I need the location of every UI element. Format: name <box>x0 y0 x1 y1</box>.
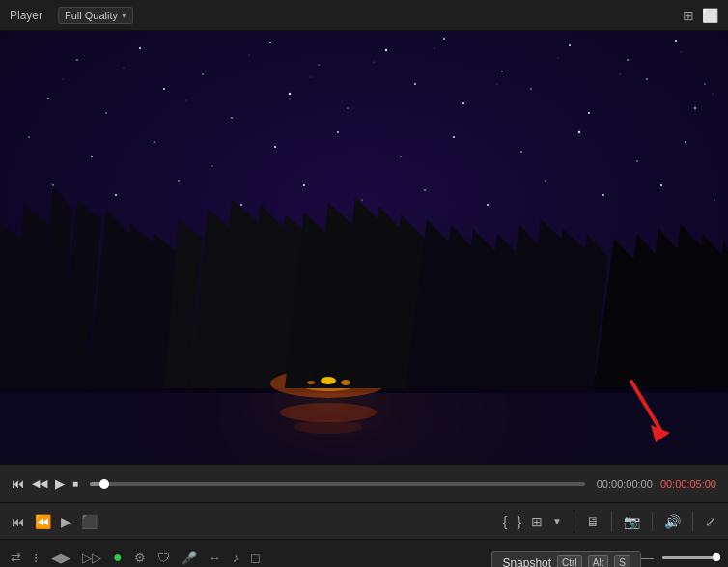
svg-point-47 <box>545 180 546 181</box>
separator <box>574 512 574 531</box>
clip-down-icon[interactable]: ▼ <box>552 516 562 526</box>
svg-point-50 <box>714 199 714 200</box>
svg-point-18 <box>231 117 233 119</box>
svg-point-15 <box>47 98 49 99</box>
clip-nav-icon[interactable]: ◀▶ <box>48 549 73 567</box>
mic-icon[interactable]: 🎤 <box>179 549 200 567</box>
clip-icon[interactable]: ⊞ <box>531 514 543 529</box>
volume-thumb[interactable] <box>713 553 720 561</box>
svg-point-22 <box>462 102 464 104</box>
stop-button[interactable]: ■ <box>72 478 78 489</box>
fast-fwd-icon[interactable]: ▷▷ <box>79 549 104 567</box>
svg-point-48 <box>602 194 604 196</box>
separator4 <box>692 512 693 531</box>
music-icon[interactable]: ♪ <box>230 549 242 567</box>
status-icon[interactable]: ● <box>110 547 126 567</box>
progress-thumb[interactable] <box>99 479 109 489</box>
svg-point-29 <box>154 141 155 143</box>
svg-point-14 <box>704 83 705 84</box>
volume-slider[interactable] <box>662 556 720 559</box>
expand-icon[interactable]: ⤢ <box>705 514 716 529</box>
play-button[interactable]: ▶ <box>55 476 65 491</box>
svg-point-43 <box>303 184 305 186</box>
svg-point-103 <box>341 380 350 385</box>
svg-point-64 <box>712 93 713 94</box>
screen-icon[interactable]: 🖥 <box>586 514 600 529</box>
progress-track[interactable] <box>90 482 585 486</box>
svg-point-30 <box>211 165 212 166</box>
bottom-bar: ⇄ ⫶ ◀▶ ▷▷ ● ⚙ 🛡 🎤 ↔ ♪ ◻ — Snapshot Ctrl … <box>0 539 728 567</box>
svg-point-6 <box>269 42 271 43</box>
svg-point-20 <box>347 107 348 108</box>
svg-point-100 <box>280 403 377 422</box>
kbd-s: S <box>614 555 630 567</box>
snapshot-tooltip: Snapshot Ctrl Alt S <box>491 551 641 567</box>
svg-point-19 <box>289 93 291 95</box>
rect-icon[interactable]: ◻ <box>247 549 264 567</box>
swap-icon[interactable]: ⇄ <box>8 549 24 567</box>
shield-icon[interactable]: 🛡 <box>154 549 173 567</box>
svg-point-13 <box>675 40 677 42</box>
svg-point-28 <box>91 156 93 157</box>
svg-point-49 <box>660 184 662 186</box>
svg-point-46 <box>487 204 489 206</box>
bracket-open-icon[interactable]: { <box>503 514 508 529</box>
svg-point-57 <box>311 77 312 78</box>
svg-point-63 <box>681 52 682 53</box>
grid-icon[interactable]: ⊞ <box>683 8 694 23</box>
svg-point-62 <box>619 73 620 74</box>
svg-point-8 <box>385 49 387 51</box>
title-bar: Player Full Quality ▾ ⊞ ⬜ <box>0 0 728 31</box>
svg-point-3 <box>76 59 78 61</box>
step-back-ctrl-icon[interactable]: ⏪ <box>35 514 51 529</box>
svg-point-54 <box>123 67 124 68</box>
video-background <box>0 31 728 464</box>
step-back-button[interactable]: ◀◀ <box>32 477 47 490</box>
stop-ctrl-icon[interactable]: ⬛ <box>81 514 98 529</box>
svg-point-12 <box>627 59 629 61</box>
svg-point-55 <box>186 100 187 101</box>
image-icon[interactable]: ⬜ <box>702 8 718 23</box>
svg-point-102 <box>321 377 336 384</box>
svg-point-24 <box>588 112 590 114</box>
time-end: 00:00:05:00 <box>660 478 716 490</box>
settings-icon[interactable]: ⚙ <box>131 549 149 567</box>
svg-point-56 <box>248 54 249 55</box>
svg-point-25 <box>646 78 648 80</box>
svg-point-17 <box>163 88 165 90</box>
svg-point-58 <box>373 61 374 62</box>
svg-point-104 <box>307 381 315 384</box>
rewind-ctrl-icon[interactable]: ⏮ <box>12 514 25 529</box>
svg-point-32 <box>337 131 339 133</box>
time-current: 00:00:00:00 <box>597 478 653 490</box>
svg-point-10 <box>501 71 502 71</box>
app-title: Player <box>10 9 42 22</box>
svg-point-38 <box>685 141 686 143</box>
svg-point-42 <box>240 204 242 206</box>
waveform-icon[interactable]: ⫶ <box>30 549 42 567</box>
volume-icon[interactable]: 🔊 <box>664 514 681 529</box>
svg-point-7 <box>318 64 319 65</box>
svg-point-60 <box>496 83 497 84</box>
svg-point-40 <box>115 194 117 196</box>
controls-bar: ⏮ ⏪ ▶ ⬛ { } ⊞ ▼ 🖥 📷 🔊 ⤢ <box>0 502 728 539</box>
rewind-button[interactable]: ⏮ <box>12 476 24 491</box>
svg-point-11 <box>569 44 571 46</box>
quality-dropdown[interactable]: Full Quality ▾ <box>58 7 133 24</box>
separator2 <box>611 512 612 531</box>
kbd-ctrl: Ctrl <box>557 555 582 567</box>
svg-point-101 <box>294 420 362 434</box>
play-ctrl-icon[interactable]: ▶ <box>61 514 71 529</box>
svg-point-31 <box>274 146 276 148</box>
svg-point-37 <box>636 160 637 161</box>
swap2-icon[interactable]: ↔ <box>206 549 224 567</box>
svg-point-61 <box>558 58 559 59</box>
svg-point-16 <box>105 112 106 113</box>
camera-icon[interactable]: 📷 <box>624 514 640 529</box>
title-bar-icons: ⊞ ⬜ <box>683 8 718 23</box>
bracket-close-icon[interactable]: } <box>517 514 521 529</box>
svg-point-9 <box>443 38 445 40</box>
svg-point-4 <box>139 47 141 49</box>
volume-fill <box>662 556 720 559</box>
svg-point-23 <box>530 88 531 89</box>
